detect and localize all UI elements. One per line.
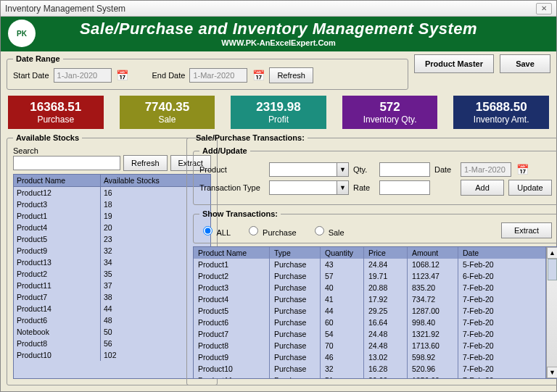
refresh-button[interactable]: Refresh bbox=[269, 67, 313, 83]
banner: PK Sale/Purchase and Inventory Managemen… bbox=[1, 17, 556, 51]
list-item[interactable]: Product1334 bbox=[14, 257, 210, 268]
grid-header-amt: Amount bbox=[408, 247, 458, 259]
list-item[interactable]: Product235 bbox=[14, 268, 210, 280]
end-date-input[interactable] bbox=[189, 68, 247, 83]
product-label: Product bbox=[199, 165, 265, 174]
chevron-down-icon[interactable]: ▼ bbox=[337, 163, 348, 176]
radio-sale[interactable]: Sale bbox=[311, 224, 344, 237]
stocks-list[interactable]: Product1216Product318Product119Product42… bbox=[13, 187, 211, 379]
trans-extract-button[interactable]: Extract bbox=[501, 222, 552, 238]
table-row[interactable]: Product6Purchase6016.64998.407-Feb-20 bbox=[194, 317, 546, 328]
list-item[interactable]: Product420 bbox=[14, 222, 210, 233]
search-label: Search bbox=[13, 146, 211, 155]
chevron-down-icon[interactable]: ▼ bbox=[337, 181, 348, 194]
kpi-label: Inventory Amt. bbox=[474, 114, 529, 125]
grid-header-qty: Quantity bbox=[321, 247, 364, 259]
table-row[interactable]: Product9Purchase4613.02598.927-Feb-20 bbox=[194, 351, 546, 363]
radio-purchase[interactable]: Purchase bbox=[245, 224, 297, 237]
calendar-icon[interactable]: 📅 bbox=[116, 69, 129, 82]
window-title: Inventory Management System bbox=[5, 4, 125, 14]
add-button[interactable]: Add bbox=[461, 180, 504, 196]
list-item[interactable]: Product856 bbox=[14, 338, 210, 349]
scroll-up-icon[interactable]: ▲ bbox=[547, 247, 557, 259]
banner-subtitle: WWW.PK-AnExcelExpert.Com bbox=[1, 38, 556, 47]
rate-input[interactable] bbox=[379, 180, 430, 195]
trans-date-input[interactable] bbox=[461, 162, 511, 177]
show-transactions-group: Show Transactions: ALL Purchase Sale Ext… bbox=[193, 209, 557, 243]
list-item[interactable]: Product318 bbox=[14, 199, 210, 210]
rate-label: Rate bbox=[353, 183, 375, 192]
grid-header: Product Name Type Quantity Price Amount … bbox=[194, 247, 546, 259]
kpi-value: 16368.51 bbox=[30, 100, 81, 114]
kpi-value: 7740.35 bbox=[145, 100, 189, 114]
end-date-label: End Date bbox=[152, 71, 186, 80]
stocks-refresh-button[interactable]: Refresh bbox=[123, 155, 168, 171]
table-row[interactable]: Product3Purchase4020.88835.207-Feb-20 bbox=[194, 282, 546, 293]
grid-header-date: Date bbox=[458, 247, 546, 259]
table-row[interactable]: Product5Purchase4429.251287.007-Feb-20 bbox=[194, 305, 546, 317]
table-row[interactable]: Product11Purchase5126.601356.607-Feb-20 bbox=[194, 375, 546, 378]
list-item[interactable]: Product648 bbox=[14, 314, 210, 326]
kpi-value: 2319.98 bbox=[256, 100, 300, 114]
list-item[interactable]: Product1216 bbox=[14, 187, 210, 199]
stocks-header-name: Product Name bbox=[14, 175, 101, 186]
list-item[interactable]: Product523 bbox=[14, 233, 210, 245]
table-row[interactable]: Product4Purchase4117.92734.727-Feb-20 bbox=[194, 293, 546, 305]
kpi-card: 16368.51Purchase bbox=[8, 96, 104, 129]
qty-input[interactable] bbox=[379, 162, 430, 177]
radio-all[interactable]: ALL bbox=[199, 224, 231, 237]
list-item[interactable]: Product10102 bbox=[14, 349, 210, 361]
kpi-card: 7740.35Sale bbox=[120, 96, 215, 129]
grid-header-type: Type bbox=[270, 247, 321, 259]
date-range-group: Date Range Start Date 📅 End Date 📅 Refre… bbox=[7, 54, 408, 90]
start-date-input[interactable] bbox=[54, 68, 112, 83]
list-item[interactable]: Product1137 bbox=[14, 280, 210, 291]
calendar-icon[interactable]: 📅 bbox=[516, 163, 529, 176]
titlebar: Inventory Management System ✕ bbox=[1, 1, 556, 17]
kpi-card: 572Inventory Qty. bbox=[342, 96, 438, 129]
close-icon[interactable]: ✕ bbox=[536, 3, 552, 14]
table-row[interactable]: Product2Purchase5719.711123.476-Feb-20 bbox=[194, 270, 546, 282]
list-item[interactable]: Notebook50 bbox=[14, 326, 210, 338]
scroll-thumb[interactable] bbox=[548, 259, 557, 280]
kpi-label: Inventory Qty. bbox=[363, 114, 417, 125]
transactions-group: Sale/Purchase Transactions: Add/Update P… bbox=[186, 133, 557, 385]
kpi-row: 16368.51Purchase7740.35Sale2319.98Profit… bbox=[1, 91, 556, 133]
product-master-button[interactable]: Product Master bbox=[414, 54, 494, 73]
list-item[interactable]: Product932 bbox=[14, 245, 210, 257]
scroll-down-icon[interactable]: ▼ bbox=[547, 367, 557, 378]
list-item[interactable]: Product119 bbox=[14, 210, 210, 222]
grid-header-pn: Product Name bbox=[194, 247, 270, 259]
grid-header-price: Price bbox=[364, 247, 408, 259]
kpi-card: 2319.98Profit bbox=[231, 96, 326, 129]
scrollbar[interactable]: ▲ ▼ bbox=[546, 247, 557, 378]
table-row[interactable]: Product8Purchase7024.481713.607-Feb-20 bbox=[194, 340, 546, 351]
calendar-icon[interactable]: 📅 bbox=[252, 69, 265, 82]
table-row[interactable]: Product1Purchase4324.841068.125-Feb-20 bbox=[194, 259, 546, 270]
kpi-card: 15688.50Inventory Amt. bbox=[453, 96, 549, 129]
date-label: Date bbox=[434, 165, 456, 174]
add-update-legend: Add/Update bbox=[199, 146, 250, 155]
stocks-header: Product Name Available Stocks bbox=[13, 174, 211, 187]
kpi-label: Profit bbox=[268, 114, 289, 125]
transactions-legend: Sale/Purchase Transactions: bbox=[193, 133, 308, 142]
update-button[interactable]: Update bbox=[508, 180, 552, 196]
transactions-grid: Product Name Type Quantity Price Amount … bbox=[193, 246, 557, 379]
table-row[interactable]: Product10Purchase3216.28520.967-Feb-20 bbox=[194, 363, 546, 375]
list-item[interactable]: Product738 bbox=[14, 291, 210, 303]
save-button[interactable]: Save bbox=[500, 54, 550, 73]
table-row[interactable]: Product7Purchase5424.481321.927-Feb-20 bbox=[194, 328, 546, 340]
start-date-label: Start Date bbox=[13, 71, 49, 80]
qty-label: Qty. bbox=[353, 165, 375, 174]
show-transactions-legend: Show Transactions: bbox=[199, 209, 281, 218]
list-item[interactable]: Product1444 bbox=[14, 303, 210, 314]
app-window: Inventory Management System ✕ PK Sale/Pu… bbox=[0, 0, 557, 392]
kpi-label: Sale bbox=[158, 114, 176, 125]
search-input[interactable] bbox=[13, 156, 120, 170]
add-update-group: Add/Update Product ▼ Qty. Date 📅 Transac… bbox=[193, 146, 557, 205]
kpi-label: Purchase bbox=[37, 114, 74, 125]
date-range-legend: Date Range bbox=[13, 54, 63, 63]
kpi-value: 572 bbox=[379, 100, 400, 114]
kpi-value: 15688.50 bbox=[476, 100, 527, 114]
available-stocks-legend: Available Stocks bbox=[13, 133, 82, 142]
